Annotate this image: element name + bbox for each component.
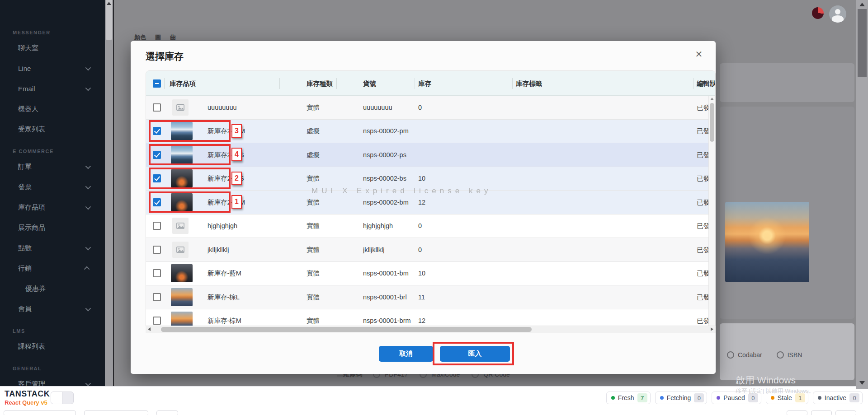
sidebar-item-label: 庫存品項 [18, 203, 45, 212]
sidebar-item-優惠券[interactable]: 優惠券 [0, 279, 105, 299]
scroll-down-icon[interactable] [859, 381, 865, 385]
badge-label: Stale [778, 394, 792, 401]
row-checkbox[interactable] [153, 127, 161, 135]
sidebar-item-受眾列表[interactable]: 受眾列表 [0, 119, 105, 140]
devtools-input-stub[interactable] [156, 410, 178, 415]
browser-scrollbar[interactable] [856, 0, 868, 389]
import-button[interactable]: 匯入 [440, 346, 510, 362]
bg-tab-image: 圖 [155, 33, 161, 42]
annotation-number-badge: 4 [231, 148, 242, 161]
devtools-input-stub[interactable] [84, 410, 148, 415]
sidebar-item-會員[interactable]: 會員 [0, 299, 105, 319]
row-checkbox[interactable] [153, 269, 161, 277]
sidebar-item-客戶管理[interactable]: 客戶管理 [0, 374, 105, 386]
item-thumbnail [171, 288, 193, 306]
sidebar-item-課程列表[interactable]: 課程列表 [0, 336, 105, 357]
devtools-button-stub[interactable] [787, 410, 807, 415]
close-icon[interactable]: ✕ [692, 47, 706, 61]
devtools-tab-mutations[interactable] [62, 392, 73, 404]
cell-item-name: uuuuuuuu [208, 104, 237, 111]
radio-isbn[interactable] [777, 351, 784, 359]
item-thumbnail [171, 146, 193, 164]
sidebar-item-行銷[interactable]: 行銷 [0, 258, 105, 279]
row-checkbox[interactable] [153, 151, 161, 159]
devtools-input-stub[interactable] [4, 410, 76, 415]
status-dot-icon [717, 396, 720, 400]
browser-scrollbar-thumb[interactable] [858, 9, 867, 77]
notification-pie-icon[interactable] [812, 7, 824, 19]
table-row[interactable]: 新庫存-棕L 實體 nsps-00001-brl 11 已發佈 [146, 285, 715, 309]
table-row[interactable]: jklljkllklj 實體 jklljkllklj 0 已發佈 [146, 238, 715, 262]
table-header-row: 庫存品項 庫存種類 貨號 庫存 庫存標籤 編輯狀態 [146, 71, 715, 96]
annotation-number-badge: 2 [231, 172, 242, 185]
screen: 顏色 圖 齒 Codabar ISBN 二維條碼 PDF417 MaxiCode… [0, 0, 868, 415]
sidebar-section-label: LMS [13, 328, 105, 334]
cell-sku: uuuuuuuu [363, 104, 392, 111]
scroll-up-icon[interactable] [859, 3, 865, 6]
row-checkbox[interactable] [153, 317, 161, 325]
table-row[interactable]: hjghjghjgh 實體 hjghjghjgh 0 已發佈 [146, 214, 715, 238]
table-vscroll-thumb[interactable] [710, 103, 714, 142]
radio-codabar-label: Codabar [738, 351, 762, 359]
column-header-sku[interactable]: 貨號 [363, 79, 376, 88]
column-header-item[interactable]: 庫存品項 [170, 79, 196, 88]
sidebar-item-展示商品[interactable]: 展示商品 [0, 218, 105, 238]
sidebar-item-Email[interactable]: Email [0, 79, 105, 99]
sidebar-section: GENERAL 客戶管理 分類法 [0, 366, 105, 386]
query-status-badge-fetching[interactable]: Fetching 0 [655, 392, 708, 404]
scroll-right-icon[interactable] [711, 327, 713, 331]
scroll-left-icon[interactable] [148, 327, 151, 331]
sidebar-item-訂單[interactable]: 訂單 [0, 157, 105, 177]
row-checkbox[interactable] [153, 246, 161, 254]
table-hscroll-thumb[interactable] [161, 327, 532, 332]
page-scrollbar-thumb[interactable] [106, 0, 112, 40]
row-checkbox[interactable] [153, 293, 161, 301]
radio-isbn-label: ISBN [788, 351, 802, 359]
windows-activation-watermark-line1: 啟用 Windows [736, 374, 796, 387]
row-checkbox[interactable] [153, 174, 161, 182]
table-row[interactable]: 新庫存-棕M 實體 nsps-00001-brm 12 已發佈 [146, 309, 715, 326]
user-avatar[interactable] [829, 5, 846, 23]
devtools-button-stub[interactable] [811, 410, 832, 415]
column-header-edit-status[interactable]: 編輯狀態 [697, 79, 716, 88]
cell-type: 實體 [307, 317, 320, 325]
radio-codabar[interactable] [727, 351, 734, 359]
sidebar-item-發票[interactable]: 發票 [0, 177, 105, 197]
bg-tab-size: 齒 [170, 33, 176, 42]
page-scrollbar[interactable] [105, 0, 113, 386]
background-panel [720, 63, 854, 102]
sidebar-item-機器人[interactable]: 機器人 [0, 99, 105, 119]
select-all-checkbox[interactable] [153, 79, 161, 88]
page-edge-divider [113, 0, 114, 386]
row-checkbox[interactable] [153, 198, 161, 206]
column-header-type[interactable]: 庫存種類 [307, 79, 333, 88]
table-horizontal-scrollbar[interactable] [146, 326, 716, 333]
sidebar-item-點數[interactable]: 點數 [0, 238, 105, 258]
cell-type: 虛擬 [307, 150, 320, 159]
item-thumbnail [172, 218, 189, 234]
devtools-button-stub[interactable] [835, 410, 856, 415]
query-status-badge-inactive[interactable]: Inactive 0 [813, 392, 863, 404]
react-query-version-label: React Query v5 [5, 399, 47, 406]
sidebar-item-庫存品項[interactable]: 庫存品項 [0, 197, 105, 218]
devtools-tab-queries[interactable] [51, 392, 62, 404]
sidebar-item-Line[interactable]: Line [0, 58, 105, 79]
table-row[interactable]: 新庫存-藍M 實體 nsps-00001-bm 10 已發佈 [146, 262, 715, 286]
cell-sku: nsps-00001-brl [363, 294, 407, 301]
column-header-stock[interactable]: 庫存 [418, 79, 431, 88]
sidebar-section: MESSENGER 聊天室 Line Email 機器人 受眾列表 [0, 30, 105, 140]
table-row[interactable]: uuuuuuuu 實體 uuuuuuuu 0 已發佈 [146, 96, 715, 120]
cancel-button[interactable]: 取消 [379, 346, 433, 362]
row-checkbox[interactable] [153, 103, 161, 112]
chevron-icon [85, 184, 91, 190]
column-header-tags[interactable]: 庫存標籤 [516, 79, 542, 88]
cell-type: 實體 [307, 103, 320, 112]
scroll-up-icon[interactable] [710, 98, 714, 100]
cell-sku: nsps-00002-bm [363, 199, 409, 206]
scroll-up-icon[interactable] [107, 2, 111, 5]
query-status-badge-fresh[interactable]: Fresh 7 [606, 392, 651, 404]
chevron-icon [85, 65, 91, 71]
table-vertical-scrollbar[interactable] [708, 96, 715, 326]
sidebar-item-聊天室[interactable]: 聊天室 [0, 38, 105, 58]
row-checkbox[interactable] [153, 222, 161, 230]
